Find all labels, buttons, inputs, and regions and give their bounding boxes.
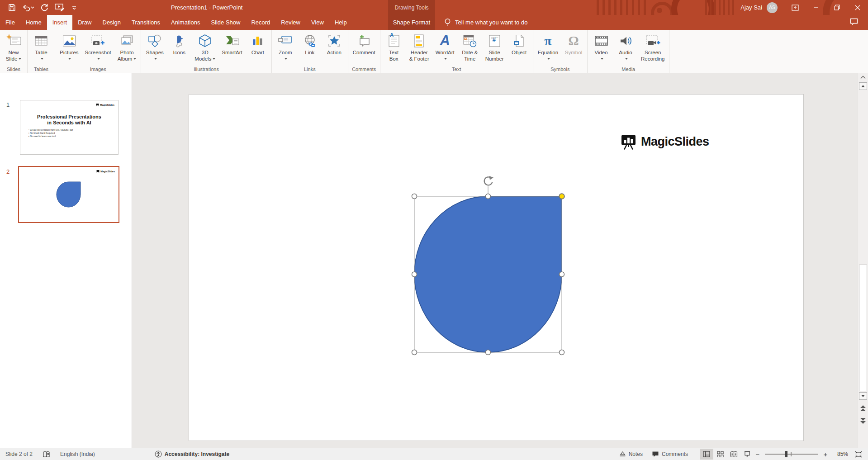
tab-animations[interactable]: Animations <box>166 15 205 30</box>
audio-button[interactable]: Audio <box>613 32 638 62</box>
date-time-icon <box>463 32 477 50</box>
accessibility-checker[interactable]: Accessibility: Investigate <box>155 451 229 458</box>
tab-review[interactable]: Review <box>275 15 306 30</box>
slide-indicator[interactable]: Slide 2 of 2 <box>5 451 33 457</box>
next-slide-button[interactable] <box>859 415 867 426</box>
header-footer-icon <box>414 32 424 50</box>
resize-handle-bottom-right[interactable] <box>560 350 564 355</box>
smartart-button[interactable]: SmartArt <box>218 32 245 56</box>
slide-2-editing-surface[interactable]: MagicSlides <box>189 94 804 441</box>
reading-view-button[interactable] <box>727 449 740 460</box>
ribbon-display-icon[interactable] <box>785 0 806 15</box>
wordart-icon: A <box>440 32 450 50</box>
comments-toggle[interactable]: Comments <box>652 451 688 457</box>
tab-view[interactable]: View <box>306 15 329 30</box>
slideshow-view-button[interactable] <box>740 449 754 460</box>
tab-design[interactable]: Design <box>97 15 126 30</box>
fit-slide-to-window-button[interactable] <box>852 449 865 460</box>
zoom-level[interactable]: 85% <box>831 451 848 457</box>
language-selector[interactable]: English (India) <box>60 451 95 457</box>
redo-icon[interactable] <box>40 4 48 11</box>
tab-insert[interactable]: Insert <box>47 15 73 30</box>
tab-record[interactable]: Record <box>246 15 275 30</box>
teardrop-shape[interactable] <box>414 196 562 352</box>
zoom-in-button[interactable]: + <box>822 451 829 458</box>
notes-icon <box>619 451 626 457</box>
notes-toggle[interactable]: Notes <box>619 451 643 457</box>
slide-1-thumbnail[interactable]: MagicSlides Professional Presentations i… <box>20 100 119 155</box>
date-time-button[interactable]: Date &Time <box>458 32 482 62</box>
icons-button[interactable]: Icons <box>167 32 191 56</box>
tab-file[interactable]: File <box>0 15 20 30</box>
tab-shape-format[interactable]: Shape Format <box>388 15 435 30</box>
screenshot-button[interactable]: Screenshot <box>82 32 114 62</box>
tell-me-box[interactable]: Tell me what you want to do <box>444 15 527 30</box>
minimize-button[interactable] <box>806 0 826 15</box>
tab-help[interactable]: Help <box>329 15 352 30</box>
adjustment-handle-yellow[interactable] <box>559 194 564 199</box>
tab-transitions[interactable]: Transitions <box>126 15 166 30</box>
scrollbar-thumb[interactable] <box>859 265 867 391</box>
restore-button[interactable] <box>826 0 847 15</box>
qat-customize-icon[interactable] <box>71 5 77 10</box>
resize-handle-top-middle[interactable] <box>486 194 491 199</box>
link-button[interactable]: Link <box>298 32 322 56</box>
resize-handle-middle-right[interactable] <box>560 272 564 277</box>
normal-view-button[interactable] <box>700 449 713 460</box>
video-icon <box>594 32 608 50</box>
equation-button[interactable]: π Equation <box>535 32 561 62</box>
tab-draw[interactable]: Draw <box>72 15 97 30</box>
zoom-slider-thumb[interactable] <box>785 451 787 457</box>
zoom-button[interactable]: Zoom <box>273 32 298 62</box>
screen-recording-button[interactable]: ScreenRecording <box>638 32 668 62</box>
3d-models-button[interactable]: 3DModels <box>191 32 218 62</box>
text-box-button[interactable]: A TextBox <box>382 32 406 62</box>
symbol-button: Ω Symbol <box>561 32 586 56</box>
object-button[interactable]: Object <box>507 32 531 56</box>
scroll-down-button[interactable] <box>859 392 867 400</box>
previous-slide-button[interactable] <box>859 403 867 413</box>
resize-handle-bottom-middle[interactable] <box>486 350 491 355</box>
slide-2-thumbnail[interactable]: MagicSlides <box>18 166 119 223</box>
video-button[interactable]: Video <box>589 32 613 62</box>
action-button[interactable]: Action <box>322 32 346 56</box>
group-label-illustrations: Illustrations <box>141 66 271 72</box>
tab-slide-show[interactable]: Slide Show <box>205 15 246 30</box>
group-label-links: Links <box>272 66 348 72</box>
zoom-slider[interactable] <box>765 449 818 460</box>
slide-sorter-view-button[interactable] <box>713 449 727 460</box>
text-box-icon: A <box>388 32 400 50</box>
tab-home[interactable]: Home <box>20 15 47 30</box>
symbol-icon: Ω <box>568 32 579 50</box>
window-title: Presentation1 - PowerPoint <box>171 0 242 15</box>
wordart-button[interactable]: A WordArt <box>432 32 458 62</box>
avatar[interactable]: AS <box>767 2 778 13</box>
slide-number-button[interactable]: # SlideNumber <box>482 32 507 62</box>
slide-number-icon: # <box>489 32 500 50</box>
resize-handle-bottom-left[interactable] <box>412 350 417 355</box>
comment-button[interactable]: Comment <box>350 32 379 56</box>
spellcheck-icon[interactable] <box>43 451 50 458</box>
chart-button[interactable]: Chart <box>246 32 270 56</box>
pictures-button[interactable]: Pictures <box>57 32 82 62</box>
table-button[interactable]: Table <box>29 32 53 62</box>
user-name[interactable]: Ajay Sai <box>740 4 762 11</box>
rotate-handle-icon[interactable] <box>484 176 493 185</box>
scroll-up-button[interactable] <box>859 82 867 90</box>
new-slide-button[interactable]: NewSlide <box>1 32 26 62</box>
contextual-tab-group: Drawing Tools Shape Format <box>388 0 435 30</box>
header-footer-button[interactable]: Header& Footer <box>406 32 432 62</box>
save-icon[interactable] <box>8 4 16 11</box>
resize-handle-middle-left[interactable] <box>412 272 417 277</box>
photo-album-button[interactable]: PhotoAlbum <box>114 32 140 62</box>
zoom-out-button[interactable]: − <box>754 451 761 458</box>
collapse-ribbon-icon[interactable] <box>860 76 866 79</box>
comments-corner-icon[interactable] <box>850 18 858 25</box>
quick-access-toolbar <box>8 0 77 15</box>
resize-handle-top-left[interactable] <box>412 194 417 199</box>
accessibility-icon <box>155 451 162 458</box>
start-slideshow-icon[interactable] <box>55 3 65 12</box>
shapes-button[interactable]: Shapes <box>142 32 167 62</box>
undo-icon[interactable] <box>22 4 34 11</box>
close-button[interactable] <box>847 0 868 15</box>
